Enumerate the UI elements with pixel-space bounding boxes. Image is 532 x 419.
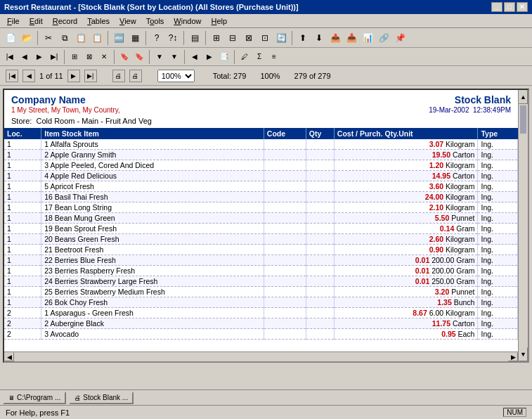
taskbar-stock-label: Stock Blank ... [83,394,128,401]
print2-button[interactable]: 🖨 [129,70,142,82]
minimize-button[interactable]: _ [491,2,502,12]
nav-btn1[interactable]: ⊞ [67,50,82,64]
menu-window[interactable]: Window [169,16,205,26]
cell-loc: 1 [4,287,41,297]
close-button[interactable]: ✕ [517,2,528,12]
menu-tables[interactable]: Tables [83,16,114,26]
num-indicator: NUM [503,408,526,417]
page-prev-button[interactable]: ◀ [22,70,35,82]
tb9[interactable]: ⊡ [257,30,273,46]
tb6[interactable]: ⊞ [209,30,224,46]
cell-type: Ing. [478,171,518,181]
page-next-button[interactable]: ▶ [67,70,80,82]
paste-button[interactable]: 📋 [73,30,89,46]
cell-cost: 14.95 Carton [334,171,478,181]
nav-btn9[interactable]: ▶ [202,50,216,64]
nav-sep3 [149,50,150,64]
print-button[interactable]: 🖨 [112,70,125,82]
horizontal-scrollbar[interactable]: ◀ ▶ [4,352,518,361]
paste2-button[interactable]: 📋 [89,30,105,46]
tb15[interactable]: 📊 [360,30,375,46]
page-last-button[interactable]: ▶| [84,70,97,82]
menu-tools[interactable]: Tools [142,16,169,26]
help-button[interactable]: ? [149,30,164,46]
cell-qty [306,287,334,297]
taskbar-stock[interactable]: 🖨 Stock Blank ... [69,392,134,404]
cell-cost: 0.90 Kilogram [334,245,478,255]
nav-sep1 [64,50,65,64]
menu-edit[interactable]: Edit [25,16,47,26]
tb17[interactable]: 📌 [392,30,408,46]
help2-button[interactable]: ?↕ [165,30,181,46]
cell-type: Ing. [478,276,518,287]
zoom-select[interactable]: 100% 75% 50% 125% 150% [157,70,195,82]
menu-file[interactable]: File [3,16,24,26]
taskbar-program[interactable]: 🖥 C:\Program ... [3,392,66,404]
table-row: 12 Apple Granny Smith19.50 CartonIng. [4,150,518,160]
nav-next[interactable]: ▶ [32,50,46,64]
cut-button[interactable]: ✂ [41,30,56,46]
menu-record[interactable]: Record [48,16,82,26]
nav-btn12[interactable]: Σ [252,50,266,64]
toolbar-nav: |◀ ◀ ▶ ▶| ⊞ ⊠ ✕ 🔖 🔖 ▼ ▼ ◀ ▶ 📑 🖊 Σ ≡ [0,48,532,66]
cell-qty [306,213,334,224]
cell-cost: 3.60 Kilogram [334,181,478,192]
cell-item: 16 Basil Thai Fresh [41,192,264,202]
nav-btn13[interactable]: ≡ [267,50,281,64]
table-row: 22 Aubergine Black11.75 CartonIng. [4,318,518,329]
tb10[interactable]: 🔄 [273,30,289,46]
vertical-scrollbar[interactable]: ▲ ▼ [518,90,528,361]
tb7[interactable]: ⊟ [225,30,240,46]
cell-cost: 1.35 Bunch [334,297,478,308]
company-name: Company Name [11,94,86,105]
nav-btn4[interactable]: 🔖 [117,50,131,64]
cell-type: Ing. [478,287,518,297]
nav-btn7[interactable]: ▼ [167,50,181,64]
restore-button[interactable]: □ [504,2,515,12]
nav-btn5[interactable]: 🔖 [132,50,146,64]
tb8[interactable]: ⊠ [241,30,257,46]
cell-code [264,160,306,171]
nav-btn10[interactable]: 📑 [217,50,231,64]
tb11[interactable]: ⬆ [295,30,311,46]
filter-button[interactable]: ▦ [127,30,143,46]
table-row: 11 Alfalfa Sprouts3.07 KilogramIng. [4,139,518,150]
nav-btn11[interactable]: 🖊 [238,50,252,64]
title-bar: Resort Restaurant - [Stock Blank (Sort b… [0,0,532,14]
cell-loc: 1 [4,202,41,213]
nav-last[interactable]: ▶| [47,50,61,64]
nav-btn6[interactable]: ▼ [153,50,167,64]
open-button[interactable]: 📂 [19,30,34,46]
nav-first[interactable]: |◀ [3,50,17,64]
tb12[interactable]: ⬇ [311,30,327,46]
toolbar-separator-4 [183,31,184,45]
page-first-button[interactable]: |◀ [6,70,18,82]
tb13[interactable]: 📤 [327,30,343,46]
cell-item: 22 Berries Blue Fresh [41,255,264,266]
page-current: 1 of 11 [39,72,63,80]
cell-code [264,213,306,224]
cell-loc: 1 [4,213,41,224]
new-button[interactable]: 📄 [3,30,18,46]
nav-btn2[interactable]: ⊠ [82,50,96,64]
nav-btn3[interactable]: ✕ [97,50,111,64]
nav-btn8[interactable]: ◀ [188,50,202,64]
menu-help[interactable]: Help [207,16,231,26]
cell-code [264,139,306,150]
tb5[interactable]: ▤ [187,30,202,46]
cell-item: 24 Berries Strawberry Large Fresh [41,276,264,287]
copy-button[interactable]: ⧉ [57,30,72,46]
cell-qty [306,318,334,329]
cell-item: 5 Apricot Fresh [41,181,264,192]
menu-view[interactable]: View [115,16,141,26]
cell-qty [306,160,334,171]
nav-prev[interactable]: ◀ [18,50,32,64]
sort-button[interactable]: 🔤 [111,30,126,46]
cell-loc: 1 [4,171,41,181]
tb14[interactable]: 📥 [344,30,359,46]
tb16[interactable]: 🔗 [376,30,391,46]
cell-code [264,318,306,329]
cell-cost: 19.50 Carton [334,150,478,160]
cell-item: 19 Bean Sprout Fresh [41,224,264,234]
table-row: 122 Berries Blue Fresh0.01 200.00 GramIn… [4,255,518,266]
